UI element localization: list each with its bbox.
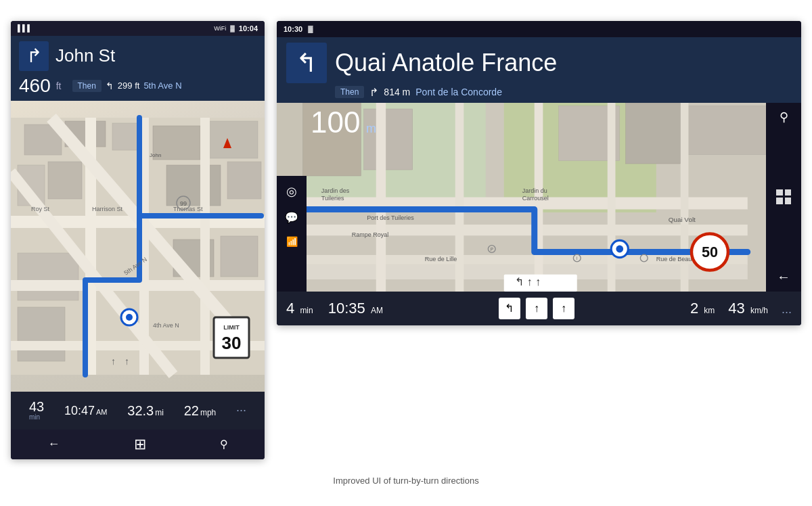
screenshots-container: ▌▌▌ WiFi ▓ 10:04 ↱ John St 460 ft Then ↰… — [11, 21, 801, 459]
tablet-route-buttons: ↰ ↑ ↑ — [499, 298, 574, 319]
svg-rect-42 — [626, 103, 681, 164]
svg-text:99: 99 — [180, 200, 187, 207]
phone-map: Roy St Harrison St 5th Ave N 4th Ave N T… — [11, 101, 265, 392]
svg-rect-43 — [687, 106, 772, 154]
svg-point-27 — [126, 314, 133, 321]
tablet-sub-turn: ↱ — [369, 86, 378, 99]
tablet-sub-distance: 814 m — [384, 87, 410, 97]
svg-text:Quai Volt: Quai Volt — [669, 215, 696, 223]
windows-button[interactable]: ⊞ — [134, 436, 146, 453]
svg-rect-51 — [608, 103, 616, 292]
svg-text:P: P — [491, 246, 493, 251]
signal-bars-icon: 📶 — [286, 236, 298, 247]
time-remaining: 43 — [29, 400, 44, 413]
caption: Improved UI of turn-by-turn directions — [333, 476, 478, 486]
svg-text:Jardin du: Jardin du — [522, 187, 547, 194]
svg-text:John: John — [150, 152, 161, 158]
svg-rect-7 — [48, 162, 82, 199]
svg-rect-8 — [166, 165, 221, 206]
more-icon[interactable]: ··· — [236, 403, 246, 417]
tablet-then-label: Then — [335, 86, 364, 98]
svg-rect-5 — [207, 121, 258, 158]
arrival-time: 10:47AM — [64, 405, 108, 417]
time-display: 10:04 — [239, 24, 258, 32]
tablet-speed: 43 km/h — [728, 300, 768, 317]
tablet-battery: ▓ — [308, 25, 313, 32]
svg-rect-13 — [221, 236, 258, 277]
tablet-nav-header: ↰ Quai Anatole France Then ↱ 814 m Pont … — [277, 37, 801, 103]
tablet-time-remaining: 4 min — [286, 300, 313, 317]
svg-rect-11 — [18, 307, 65, 361]
phone-screenshot: ▌▌▌ WiFi ▓ 10:04 ↱ John St 460 ft Then ↰… — [11, 21, 265, 459]
distance-unit: ft — [56, 80, 62, 91]
svg-text:Port des Tuileries: Port des Tuileries — [367, 214, 414, 221]
current-speed: 22mph — [184, 404, 217, 417]
svg-text:i: i — [577, 256, 577, 260]
back-button[interactable]: ← — [48, 437, 60, 451]
svg-text:LIMIT: LIMIT — [223, 324, 240, 331]
tablet-back-icon[interactable]: ← — [777, 269, 790, 285]
message-icon[interactable]: 💬 — [285, 211, 298, 224]
svg-point-63 — [616, 245, 623, 252]
tablet-screenshot: 10:30 ▓ ↰ Quai Anatole France Then ↱ 814… — [277, 21, 801, 325]
tablet-turn-arrow: ↰ — [296, 50, 317, 76]
search-button[interactable]: ⚲ — [220, 438, 228, 451]
svg-text:Carrousel: Carrousel — [522, 195, 549, 202]
time-remaining-unit: min — [29, 413, 40, 421]
svg-text:Rue de Lille: Rue de Lille — [425, 256, 457, 262]
svg-text:30: 30 — [222, 333, 242, 353]
svg-rect-10 — [18, 253, 78, 300]
tablet-left-sidebar: ◎ 💬 📶 — [277, 176, 307, 292]
trip-distance: 32.3mi — [127, 404, 164, 417]
route-btn-up[interactable]: ↑ — [526, 298, 547, 319]
sub-distance: 299 ft — [118, 80, 140, 91]
route-btn-up2[interactable]: ↑ — [553, 298, 574, 319]
phone-status-bar: ▌▌▌ WiFi ▓ 10:04 — [11, 21, 265, 36]
then-label: Then — [72, 80, 102, 92]
tablet-arrival: 10:35 AM — [328, 300, 383, 317]
turn-arrow-box: ↱ — [19, 41, 49, 71]
phone-taskbar: ← ⊞ ⚲ — [11, 430, 265, 459]
svg-rect-49 — [455, 103, 464, 292]
sub-street: 5th Ave N — [143, 80, 181, 91]
tablet-right-sidebar: ⚲ ← — [766, 103, 801, 292]
tablet-time: 10:30 — [284, 25, 302, 33]
svg-text:Roy St: Roy St — [31, 206, 50, 212]
tablet-more-icon[interactable]: ... — [782, 302, 792, 317]
svg-text:Harrison St: Harrison St — [92, 206, 123, 212]
svg-rect-19 — [200, 118, 210, 375]
svg-text:↑: ↑ — [111, 356, 116, 367]
svg-text:Jardin des: Jardin des — [321, 187, 350, 194]
tablet-bottom-bar: 4 min 10:35 AM ↰ ↑ ↑ — [277, 292, 801, 325]
turn-arrow-icon: ↱ — [26, 47, 42, 66]
tablet-trip-distance: 2 km — [690, 300, 715, 317]
sub-turn-icon: ↰ — [106, 80, 114, 91]
target-icon[interactable]: ◎ — [286, 184, 297, 199]
svg-text:Tuileries: Tuileries — [321, 195, 344, 202]
route-btn-left[interactable]: ↰ — [499, 298, 520, 319]
tablet-status-bar: 10:30 ▓ — [277, 21, 801, 37]
tablet-windows-button[interactable] — [776, 189, 791, 204]
svg-text:50: 50 — [702, 243, 718, 260]
phone-bottom-bar: 43 min 10:47AM 32.3mi 22mph ··· — [11, 392, 265, 430]
distance-display: 460 — [19, 75, 51, 97]
phone-nav-header: ↱ John St 460 ft Then ↰ 299 ft 5th Ave N — [11, 36, 265, 101]
svg-text:↑: ↑ — [125, 356, 129, 367]
wifi-icon: WiFi — [214, 25, 226, 32]
svg-rect-48 — [376, 103, 386, 292]
tablet-distance-display: 100 m — [311, 106, 376, 139]
svg-text:↰ ↑ ↑: ↰ ↑ ↑ — [515, 275, 541, 288]
tablet-turn-box: ↰ — [286, 43, 327, 83]
signal-icon: ▌▌▌ — [18, 24, 32, 32]
tablet-street-name: Quai Anatole France — [335, 49, 557, 77]
svg-rect-52 — [681, 103, 689, 292]
street-name: John St — [55, 45, 115, 66]
svg-text:Rampe Royal: Rampe Royal — [352, 231, 389, 238]
battery-icon: ▓ — [230, 25, 235, 32]
svg-text:4th Ave N: 4th Ave N — [153, 322, 179, 329]
tablet-search-icon[interactable]: ⚲ — [780, 110, 788, 124]
svg-rect-9 — [227, 162, 261, 199]
tablet-sub-street: Pont de la Concorde — [415, 87, 502, 97]
